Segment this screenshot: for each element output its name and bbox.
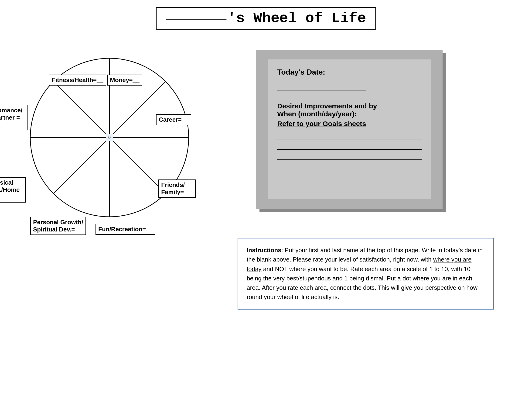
- label-fitness: Fitness/Health=__: [49, 75, 106, 86]
- instructions-box: Instructions: Put your first and last na…: [237, 238, 494, 309]
- title-text: 's Wheel of Life: [166, 10, 366, 27]
- label-career: Career=__: [156, 114, 191, 125]
- physical-label: Physical Env./Home =__: [0, 179, 19, 201]
- money-label: Money=__: [110, 76, 139, 84]
- date-line: [277, 86, 366, 90]
- label-money: Money=__: [107, 75, 142, 86]
- personal-label: Personal Growth/ Spiritual Dev.=__: [33, 219, 83, 233]
- right-panel: Today's Date: Desired Improvements and b…: [256, 50, 443, 209]
- label-fun: Fun/Recreation=__: [96, 224, 155, 235]
- today-date-label: Today's Date:: [277, 68, 422, 76]
- desired-improvements-label: Desired Improvements and by When (month/…: [277, 102, 422, 118]
- wheel-container: 0 Fitness/Health=__ Money=__ Career=__ R…: [19, 47, 200, 228]
- career-label: Career=__: [159, 116, 189, 123]
- label-physical: Physical Env./Home =__: [0, 177, 26, 202]
- center-square: 0: [106, 134, 113, 141]
- title-underline: [166, 17, 226, 20]
- goals-ref: Refer to your Goals sheets: [277, 120, 422, 128]
- title-suffix: 's Wheel of Life: [227, 10, 366, 27]
- romance-label: Romance/ Partner = __: [0, 107, 22, 128]
- label-romance: Romance/ Partner = __: [0, 105, 28, 130]
- info-line-4: [277, 166, 422, 170]
- title-box: 's Wheel of Life: [156, 7, 376, 29]
- info-line-1: [277, 135, 422, 139]
- info-line-2: [277, 145, 422, 150]
- label-friends: Friends/ Family=__: [158, 179, 196, 198]
- label-personal: Personal Growth/ Spiritual Dev.=__: [30, 217, 86, 235]
- center-label: 0: [108, 135, 111, 140]
- friends-label: Friends/ Family=__: [161, 181, 191, 196]
- fun-label: Fun/Recreation=__: [98, 226, 153, 233]
- fitness-label: Fitness/Health=__: [52, 76, 103, 84]
- instructions-text: Instructions: Put your first and last na…: [247, 246, 485, 302]
- right-panel-inner: Today's Date: Desired Improvements and b…: [268, 59, 431, 199]
- info-line-3: [277, 155, 422, 160]
- instructions-title: Instructions: [247, 247, 281, 254]
